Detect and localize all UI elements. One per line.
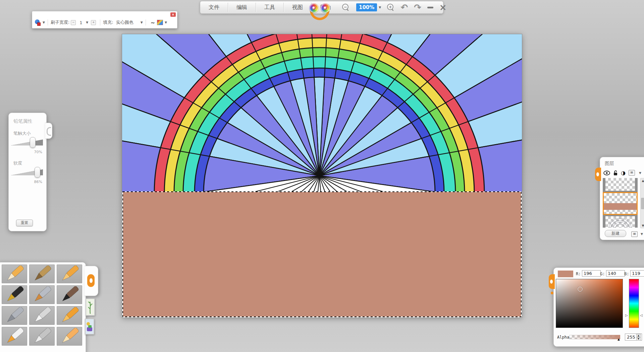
zoom-level-control[interactable]: 100% ▼ (353, 1, 384, 13)
undo-button[interactable]: ↶ (397, 1, 411, 13)
pastel-stick-tool[interactable] (29, 265, 55, 283)
paint-roller-tool[interactable] (57, 306, 82, 325)
minimize-button[interactable] (424, 1, 436, 13)
alpha-spinner[interactable]: ▲ ▼ (636, 334, 641, 341)
chevron-down-icon[interactable]: ▼ (379, 6, 381, 9)
divider (48, 19, 48, 25)
brush-options-toolbar: x ▼ 刷子宽度: − 1 ▼ + 填充: 实心颜色 ▼ ∼ ▼ (32, 11, 177, 28)
new-layer-button[interactable]: 新建 (605, 230, 626, 237)
layers-scrollbar[interactable]: ▲ ▼ (640, 178, 644, 228)
eraser-tool[interactable] (57, 327, 82, 346)
ink-brush-tool[interactable] (57, 285, 82, 304)
zoom-out-icon: − (342, 4, 350, 11)
hue-slider[interactable] (629, 279, 639, 328)
chevron-down-icon[interactable]: ▼ (141, 21, 143, 24)
menu-item-1[interactable]: 文件 (200, 1, 228, 13)
layer-menu-icon[interactable]: ≡ (629, 170, 635, 176)
layers-panel-handle[interactable] (595, 168, 601, 181)
pencil-properties-panel: 铅笔属性 笔触大小 70% 软度 86% 重置 (8, 113, 47, 231)
scroll-down-icon[interactable]: ▼ (641, 224, 644, 227)
fill-type-dropdown[interactable]: 实心颜色 (116, 19, 140, 25)
red-square-glyph (37, 22, 41, 26)
scroll-up-icon[interactable]: ▲ (641, 179, 644, 182)
picture-icon (86, 319, 94, 334)
slider-thumb[interactable] (35, 167, 40, 178)
red-field[interactable]: 196 (582, 270, 601, 277)
plant-preset-thumbnail[interactable] (86, 298, 95, 316)
tool-palette-tab[interactable] (85, 266, 98, 296)
flat-brush-tool[interactable] (29, 285, 55, 304)
app-logo (307, 1, 333, 21)
opacity-icon[interactable]: ◑ (621, 170, 626, 176)
red-label: R: (576, 272, 581, 276)
chevron-down-icon[interactable]: ▼ (641, 232, 643, 236)
brush-width-value[interactable]: 1 (77, 20, 85, 25)
slider-thumb[interactable] (30, 137, 36, 148)
chevron-down-icon[interactable]: ▼ (43, 21, 45, 24)
lock-icon[interactable] (613, 170, 618, 176)
color-cursor[interactable] (578, 287, 583, 292)
paint-tube-tool[interactable] (2, 327, 27, 346)
close-button[interactable]: × (436, 1, 450, 13)
shape-style-icon[interactable] (35, 19, 41, 25)
airbrush-tool[interactable] (2, 306, 27, 325)
hue-marker-left-icon[interactable]: ▷ (625, 313, 628, 317)
logo-swirl-eye-right[interactable] (321, 3, 330, 13)
airbrush-tool-icon (2, 307, 26, 324)
color-panel-handle[interactable] (549, 274, 555, 289)
fountain-pen-tool[interactable] (2, 285, 27, 304)
tool-palette-panel (0, 262, 86, 352)
magnifier-handle (346, 9, 349, 11)
layer-item[interactable] (605, 178, 635, 192)
toolbar-close-button[interactable]: x (170, 12, 176, 17)
brush-width-decrease-button[interactable]: − (71, 20, 76, 25)
brush-width-label: 刷子宽度: (51, 19, 69, 25)
spin-down-icon[interactable]: ▼ (636, 337, 641, 341)
crayon-tool[interactable] (57, 265, 82, 283)
undo-icon: ↶ (400, 3, 408, 12)
zoom-out-button[interactable]: − (339, 1, 353, 13)
painting-knife-tool-icon (30, 328, 54, 345)
current-color-swatch (558, 271, 573, 277)
sharp-pencil-tool[interactable] (2, 265, 27, 283)
alpha-slider[interactable] (569, 335, 620, 339)
zoom-in-button[interactable]: + (384, 1, 397, 13)
scrollbar-thumb[interactable] (641, 198, 644, 209)
chevron-down-icon[interactable]: ▼ (86, 21, 88, 24)
zoom-in-icon: + (387, 4, 394, 11)
layers-panel: 图层 ◑ ≡ ▼ ▲ ▼ 新建 ≡ (600, 157, 644, 240)
layers-options-icon[interactable]: ≡ (631, 231, 638, 237)
saturation-value-picker[interactable] (556, 279, 623, 328)
logo-swirl-eye-left[interactable] (309, 3, 319, 13)
divider (146, 19, 146, 25)
stroke-curve-icon[interactable]: ∼ (151, 19, 155, 26)
layer-item-selected[interactable] (603, 192, 638, 215)
green-field[interactable]: 140 (606, 270, 625, 277)
brush-width-increase-button[interactable]: + (91, 20, 96, 25)
alpha-marker-icon[interactable]: ▲ (618, 338, 620, 341)
picture-preset-thumbnail[interactable] (85, 318, 94, 335)
color-panel-dot (551, 292, 553, 294)
palette-knife-tool[interactable] (29, 306, 55, 325)
chevron-down-icon[interactable]: ▼ (639, 171, 641, 175)
chevron-down-icon[interactable]: ▼ (165, 21, 167, 24)
blue-field[interactable]: 119 (630, 270, 644, 277)
layer-content-preview (604, 203, 637, 210)
painting-knife-tool[interactable] (29, 327, 55, 346)
canvas[interactable] (122, 34, 522, 317)
redo-icon: ↷ (414, 3, 421, 12)
gradient-fill-icon[interactable] (157, 20, 163, 25)
menu-item-2[interactable]: 编辑 (228, 1, 256, 13)
visibility-eye-icon[interactable] (603, 171, 610, 175)
hue-marker-right-icon[interactable]: ◁ (640, 313, 643, 317)
reset-button[interactable]: 重置 (16, 220, 33, 226)
menu-item-3[interactable]: 工具 (256, 1, 283, 13)
zoom-level-value[interactable]: 100% (356, 3, 377, 11)
softness-slider[interactable] (11, 167, 43, 180)
layer-item[interactable] (605, 215, 635, 228)
pencil-panel-tab[interactable] (45, 123, 52, 139)
brush-size-slider[interactable] (11, 137, 43, 151)
spin-up-icon[interactable]: ▲ (636, 334, 641, 337)
blue-label: B: (624, 272, 629, 276)
redo-button[interactable]: ↷ (411, 1, 424, 13)
